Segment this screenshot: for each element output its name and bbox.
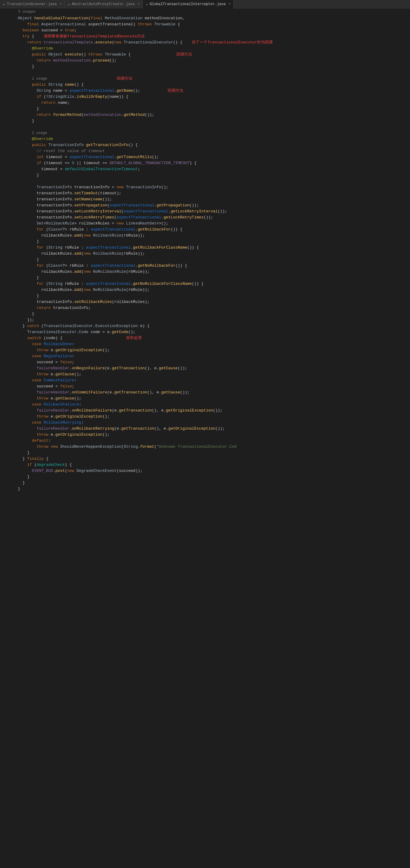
code-line: if (!StringUtils.isNullOrEmpty(name)) { [0,94,410,100]
code-line: for (Class<?> rbRule : aspectTransaction… [0,226,410,232]
code-line: throw e.getOriginalException(); [0,414,410,420]
code-line: return transactionalTemplate.execute(new… [0,39,410,45]
code-line: 1 usage 回调方法 [0,76,410,82]
java-icon: ☕ [3,2,5,6]
code-line: case RollbackDone: [0,341,410,347]
code-line: } [0,311,410,317]
code-line: TransactionalExecutor.Code code = e.getC… [0,329,410,335]
code-line: throw e.getCause(); [0,396,410,402]
code-line: return name; [0,100,410,106]
code-line: } [0,106,410,112]
java-icon: ☕ [146,2,148,6]
code-line: rollbackRules.add(new NoRollbackRule(rbR… [0,269,410,275]
code-line: }); [0,317,410,323]
tab-label: AbstractAutoProxyCreator.java [72,2,135,6]
tab-transaction-scanner[interactable]: ☕ TransactionScanner.java × [0,0,65,8]
code-line: } finally { [0,456,410,462]
code-line: case CommitFailure: [0,377,410,383]
code-line: failureHandler.onCommitFailure(e.getTran… [0,390,410,396]
code-line: failureHandler.onBeginFailure(e.getTrans… [0,365,410,371]
code-line: transactionInfo.setName(name()); [0,196,410,203]
code-line: @Override [0,136,410,142]
code-line: Object handleGlobalTransaction(final Met… [0,16,410,22]
tab-close-icon[interactable]: × [60,2,62,6]
code-line: transactionInfo.setLockRetryTimes(aspect… [0,215,410,221]
code-line: return methodInvocation.proceed(); [0,58,410,64]
code-line: case BeginFailure: [0,353,410,359]
code-line: public String name() { [0,82,410,88]
code-line: try { 调用事务模板TransactionalTemplate的execut… [0,33,410,39]
code-line: } [0,450,410,456]
code-line: transactionInfo.setPropagation(aspectTra… [0,203,410,209]
code-line: } [0,474,410,480]
code-line: EVENT_BUS.post(new DegradeCheckEvent(suc… [0,468,410,474]
usage-info: 3 usages [0,8,410,16]
code-line: @Override [0,45,410,52]
code-area: Object handleGlobalTransaction(final Met… [0,16,410,492]
code-line: } [0,118,410,124]
tab-bar: ☕ TransactionScanner.java × ☕ AbstractAu… [0,0,410,8]
code-line: failureHandler.onRollbackFailure(e.getTr… [0,408,410,414]
code-line: public TransactionInfo getTransactionInf… [0,142,410,148]
code-line: boolean succeed = true; [0,27,410,33]
code-line: } [0,480,410,486]
code-line: int timeout = aspectTransactional.getTim… [0,154,410,160]
code-line: default: [0,438,410,444]
code-line: // reset the value of timeout [0,148,410,154]
code-line: transactionInfo.setTimeOut(timeout); [0,190,410,196]
code-line: return formatMethod(methodInvocation.get… [0,112,410,118]
code-line: 1 usage [0,130,410,136]
code-line: } [0,64,410,70]
tab-label: TransactionScanner.java [7,2,57,6]
code-line: throw new ShouldNeverHappenException(Str… [0,444,410,450]
tab-close-icon[interactable]: × [138,2,140,6]
code-line: throw e.getOriginalException(); [0,347,410,353]
tab-label: GlobalTransactionalInterceptor.java [149,2,226,6]
code-line: failureHandler.onRollbackRetrying(e.getT… [0,426,410,432]
code-line: throw e.getCause(); [0,371,410,377]
code-line: rollbackRules.add(new NoRollbackRule(rbR… [0,287,410,293]
code-line: } [0,239,410,245]
code-line [0,178,410,184]
code-line: succeed = false; [0,359,410,365]
code-line: } [0,172,410,178]
code-line: throw e.getOriginalException(); [0,432,410,438]
code-line: } [0,257,410,263]
code-line: switch (code) { 异常处理 [0,335,410,341]
code-line: String name = aspectTransactional.getNam… [0,88,410,94]
code-line: final AspectTransactional aspectTransact… [0,22,410,27]
code-line: succeed = false; [0,383,410,390]
tab-close-icon[interactable]: × [229,2,230,6]
code-line: return transactionInfo; [0,305,410,311]
code-line: TransactionInfo transactionInfo = new Tr… [0,184,410,190]
code-line: rollbackRules.add(new RollbackRule(rbRul… [0,251,410,257]
code-line: if (degradeCheck) { [0,462,410,468]
code-line: } [0,275,410,281]
code-line: case RollbackFailure: [0,402,410,408]
code-line [0,70,410,76]
tab-abstract-auto-proxy[interactable]: ☕ AbstractAutoProxyCreator.java × [65,0,143,8]
code-line: public Object execute() throws Throwable… [0,52,410,58]
code-line: for (Class<?> rbRule : aspectTransaction… [0,263,410,269]
code-line: transactionInfo.setRollbackRules(rollbac… [0,299,410,305]
code-line: } [0,486,410,492]
code-line: for (String rbRule : aspectTransactional… [0,245,410,251]
code-line: for (String rbRule : aspectTransactional… [0,281,410,287]
code-line: rollbackRules.add(new RollbackRule(rbRul… [0,232,410,239]
code-line [0,124,410,130]
tab-global-transactional[interactable]: ☕ GlobalTransactionalInterceptor.java × [143,0,234,8]
code-line: case RollbackRetrying: [0,420,410,426]
code-line: timeout = defaultGlobalTransactionTimeou… [0,166,410,172]
code-line: } catch (TransactionalExecutor.Execution… [0,323,410,329]
code-line: Set<RollbackRule> rollbackRules = new Li… [0,221,410,226]
code-line: } [0,293,410,299]
java-icon: ☕ [68,2,70,6]
code-line: if (timeout <= 0 || timeout == DEFAULT_G… [0,160,410,166]
code-line: transactionInfo.setLockRetryInterval(asp… [0,209,410,215]
